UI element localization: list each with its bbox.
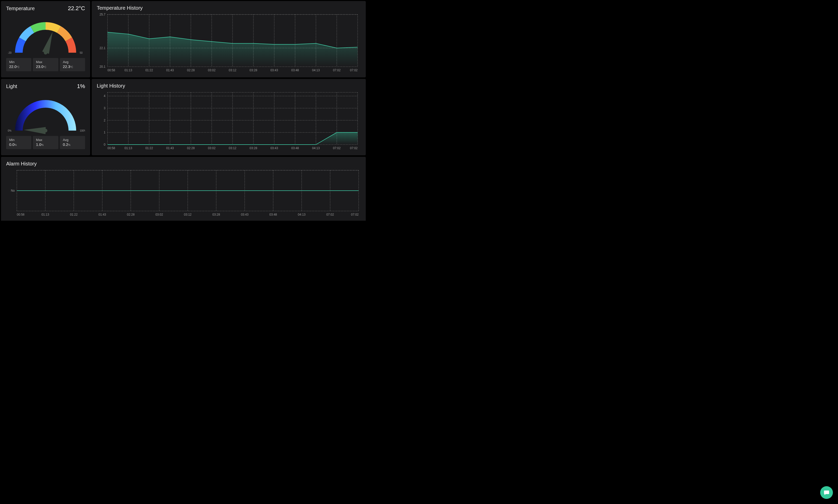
svg-text:01:43: 01:43 — [98, 213, 106, 216]
light-title: Light — [6, 84, 17, 89]
temperature-gauge: -2050 — [6, 13, 85, 56]
svg-text:00:58: 00:58 — [107, 146, 115, 150]
svg-text:03:12: 03:12 — [229, 146, 237, 150]
light-value: 1% — [77, 83, 85, 90]
temperature-panel: Temperature 22.2°C -2050 Min 22.0°C Max … — [1, 1, 90, 77]
svg-text:07:02: 07:02 — [333, 69, 341, 72]
svg-text:03:12: 03:12 — [229, 69, 237, 72]
stat-value: 0.0% — [9, 142, 28, 147]
stat-value: 22.3°C — [63, 65, 82, 69]
alarm-history-panel: Alarm History 00:5801:1301:2201:4302:280… — [1, 157, 366, 221]
stat-label: Min — [9, 138, 28, 142]
temp-max-box: Max 23.0°C — [33, 58, 58, 71]
svg-text:25.7: 25.7 — [100, 13, 106, 16]
temp-min-box: Min 22.0°C — [6, 58, 31, 71]
svg-text:-20: -20 — [8, 51, 12, 54]
svg-text:03:12: 03:12 — [184, 213, 192, 216]
stat-value: 22.0°C — [9, 65, 28, 69]
svg-text:02:28: 02:28 — [187, 69, 195, 72]
light-panel: Light 1% 0%100% Min 0.0% Max 1.0% Avg 0.… — [1, 79, 90, 155]
svg-point-36 — [44, 129, 47, 132]
alarm-history-title: Alarm History — [6, 161, 361, 167]
temperature-title: Temperature — [6, 5, 35, 12]
svg-text:04:13: 04:13 — [312, 146, 320, 150]
light-min-box: Min 0.0% — [6, 136, 31, 149]
svg-text:03:28: 03:28 — [250, 69, 257, 72]
alarm-history-chart: 00:5801:1301:2201:4302:2803:0203:1203:28… — [6, 167, 360, 218]
svg-text:1: 1 — [104, 130, 105, 134]
light-history-chart: 00:5801:1301:2201:4302:2803:0203:1203:28… — [97, 89, 359, 151]
stat-label: Max — [36, 138, 55, 142]
svg-text:01:22: 01:22 — [70, 213, 78, 216]
light-max-box: Max 1.0% — [33, 136, 58, 149]
svg-text:4: 4 — [104, 94, 105, 98]
svg-text:No: No — [11, 189, 15, 193]
svg-text:03:02: 03:02 — [208, 69, 215, 72]
svg-text:03:43: 03:43 — [241, 213, 249, 216]
svg-text:03:48: 03:48 — [269, 213, 277, 216]
stat-value: 23.0°C — [36, 65, 55, 69]
svg-text:04:13: 04:13 — [312, 69, 320, 72]
svg-text:04:13: 04:13 — [298, 213, 305, 216]
svg-text:03:48: 03:48 — [291, 146, 299, 150]
svg-text:07:02: 07:02 — [326, 213, 334, 216]
stat-label: Min — [9, 60, 28, 64]
svg-text:03:02: 03:02 — [155, 213, 163, 216]
svg-text:03:28: 03:28 — [212, 213, 220, 216]
svg-text:01:43: 01:43 — [166, 69, 174, 72]
svg-text:03:43: 03:43 — [270, 146, 278, 150]
light-gauge: 0%100% — [6, 91, 85, 134]
svg-text:01:13: 01:13 — [125, 146, 132, 150]
stat-value: 1.0% — [36, 142, 55, 147]
svg-point-0 — [44, 51, 47, 54]
svg-text:00:58: 00:58 — [107, 69, 115, 72]
svg-text:03:02: 03:02 — [208, 146, 215, 150]
svg-text:01:43: 01:43 — [166, 146, 174, 150]
svg-text:0%: 0% — [8, 129, 12, 132]
light-history-panel: Light History 00:5801:1301:2201:4302:280… — [92, 79, 366, 155]
stat-label: Avg — [63, 138, 82, 142]
light-history-title: Light History — [97, 83, 361, 89]
svg-text:01:22: 01:22 — [145, 69, 153, 72]
svg-text:00:58: 00:58 — [17, 213, 24, 216]
svg-text:03:43: 03:43 — [270, 69, 278, 72]
svg-text:07:02: 07:02 — [350, 146, 357, 150]
svg-text:20.1: 20.1 — [100, 65, 106, 69]
temperature-history-title: Temperature History — [97, 5, 361, 11]
svg-text:03:48: 03:48 — [291, 69, 299, 72]
svg-text:01:13: 01:13 — [41, 213, 49, 216]
svg-text:01:13: 01:13 — [125, 69, 132, 72]
temperature-value: 22.2°C — [68, 5, 85, 12]
temp-avg-box: Avg 22.3°C — [60, 58, 85, 71]
svg-text:01:22: 01:22 — [145, 146, 153, 150]
stat-label: Max — [36, 60, 55, 64]
svg-text:02:28: 02:28 — [127, 213, 135, 216]
svg-text:07:02: 07:02 — [351, 213, 359, 216]
svg-text:03:28: 03:28 — [250, 146, 257, 150]
svg-text:22.1: 22.1 — [100, 46, 106, 50]
svg-text:02:28: 02:28 — [187, 146, 195, 150]
svg-text:07:02: 07:02 — [333, 146, 341, 150]
stat-value: 0.2% — [63, 142, 82, 147]
svg-text:50: 50 — [80, 51, 83, 54]
temperature-history-panel: Temperature History 00:5801:1301:2201:43… — [92, 1, 366, 77]
svg-text:0: 0 — [104, 143, 105, 146]
stat-label: Avg — [63, 60, 82, 64]
light-avg-box: Avg 0.2% — [60, 136, 85, 149]
svg-text:07:02: 07:02 — [350, 69, 357, 72]
temperature-history-chart: 00:5801:1301:2201:4302:2803:0203:1203:28… — [97, 11, 359, 73]
svg-text:3: 3 — [104, 106, 105, 110]
svg-text:100%: 100% — [80, 129, 85, 132]
svg-text:2: 2 — [104, 119, 105, 122]
